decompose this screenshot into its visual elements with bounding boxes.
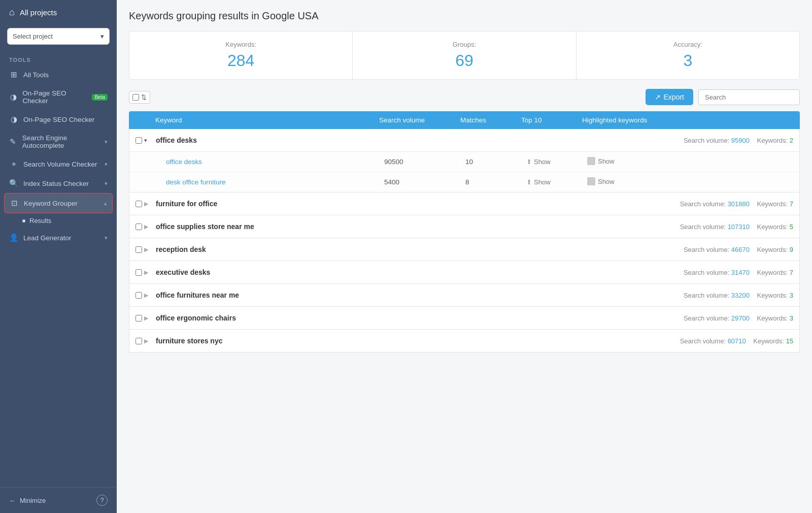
keywords-label: Keywords: [134, 41, 347, 48]
group-check-area: ▾ [136, 137, 156, 144]
sidebar-sub-item-results[interactable]: Results [0, 213, 117, 228]
sidebar-item-onpage-seo[interactable]: ◑ On-Page SEO Checker [0, 110, 117, 129]
results-label: Results [29, 217, 51, 225]
group-name: reception desk [156, 245, 684, 253]
group-stats: Search volume: 33200 Keywords: 3 [684, 292, 793, 299]
group-stats: Search volume: 107310 Keywords: 5 [680, 223, 793, 231]
chevron-down-icon: ▾ [100, 33, 104, 40]
keyword-link[interactable]: office desks [166, 158, 202, 166]
group-stats: Search volume: 301880 Keywords: 7 [680, 200, 793, 208]
top10-show-button2[interactable]: ⬆ Show [526, 178, 551, 186]
col-top10: Top 10 [515, 116, 576, 124]
grid-icon: ⊞ [9, 70, 18, 79]
stat-keywords: Keywords: 284 [129, 31, 353, 79]
expand-icon[interactable]: ▶ [144, 246, 148, 253]
beta-badge: Beta [92, 94, 108, 101]
expand-icon[interactable]: ▶ [144, 292, 148, 299]
group-check-area: ▶ [136, 223, 156, 230]
col-keyword: Keyword [149, 116, 373, 124]
arrow-left-icon: ← [9, 497, 16, 504]
group-check-area: ▶ [136, 338, 156, 344]
expand-icon[interactable]: ▶ [144, 223, 148, 230]
group-sv: 301880 [728, 200, 750, 208]
group-checkbox[interactable] [136, 292, 142, 299]
group-name: office desks [156, 136, 684, 144]
sub-col-top10: ⬆ Show [520, 158, 581, 166]
sort-icon: ⇅ [141, 93, 147, 101]
sub-col-top10-2: ⬆ Show [520, 178, 581, 186]
group-name: office supplies store near me [156, 222, 680, 231]
group-checkbox[interactable] [136, 246, 142, 253]
group-checkbox[interactable] [136, 201, 142, 207]
chevron-icon5: ▾ [105, 235, 108, 241]
sidebar-item-label: Search Engine Autocomplete [22, 134, 99, 149]
expand-icon[interactable]: ▶ [144, 338, 148, 344]
minimize-label: Minimize [20, 497, 46, 504]
group-stats: Search volume: 29700 Keywords: 3 [684, 314, 793, 322]
col-checkbox [129, 116, 149, 124]
group-keywords-count: 2 [790, 137, 793, 144]
group-kw-count: 7 [790, 269, 793, 276]
onpage-icon2: ◑ [9, 115, 18, 124]
group-kw-count: 15 [786, 337, 793, 345]
tools-section-label: TOOLS [0, 53, 117, 65]
search-input[interactable] [698, 89, 800, 105]
top10-show-button[interactable]: ⬆ Show [526, 158, 551, 166]
group-name: furniture for office [156, 200, 680, 208]
sidebar-item-search-volume[interactable]: ⌖ Search Volume Checker ▾ [0, 154, 117, 174]
sidebar-bottom: ← Minimize ? [0, 487, 117, 513]
col-highlighted: Highlighted keywords [576, 116, 800, 124]
sidebar-item-onpage-seo-beta[interactable]: ◑ On-Page SEO Checker Beta [0, 84, 117, 110]
group-checkbox[interactable] [136, 315, 142, 322]
sidebar-item-label: Index Status Checker [23, 180, 89, 187]
group-checkbox[interactable] [136, 269, 142, 276]
groups-label: Groups: [358, 41, 570, 48]
group-sv: 107310 [728, 223, 750, 231]
project-select[interactable]: Select project ▾ [7, 28, 110, 45]
expand-icon[interactable]: ▾ [144, 137, 147, 144]
checkbox-sorter[interactable]: ⇅ [129, 91, 150, 104]
keyword-link[interactable]: desk office furniture [166, 178, 226, 186]
group-check-area: ▶ [136, 201, 156, 207]
help-icon[interactable]: ? [96, 495, 108, 506]
home-icon: ⌂ [9, 7, 15, 18]
dot-icon [22, 219, 25, 222]
groups-value: 69 [358, 51, 570, 70]
expand-icon[interactable]: ▶ [144, 315, 148, 322]
all-projects-label: All projects [20, 8, 57, 17]
col-search-volume: Search volume [373, 116, 454, 124]
minimize-button[interactable]: ← Minimize [9, 497, 46, 504]
search-icon: 🔍 [9, 179, 18, 188]
main-content: Keywords grouping results in Google USA … [117, 0, 812, 513]
export-label: Export [664, 93, 684, 101]
highlighted-show-button[interactable]: Show [587, 157, 615, 165]
expand-icon[interactable]: ▶ [144, 201, 148, 207]
results-table: Keyword Search volume Matches Top 10 Hig… [129, 111, 800, 352]
sidebar-item-index-status[interactable]: 🔍 Index Status Checker ▾ [0, 174, 117, 193]
all-projects-link[interactable]: ⌂ All projects [0, 0, 117, 25]
group-office-desks: ▾ office desks Search volume: 95900 Keyw… [129, 129, 799, 193]
image-icon2 [587, 177, 595, 185]
group-executive-desks: ▶ executive desks Search volume: 31470 K… [129, 261, 799, 284]
group-checkbox[interactable] [136, 338, 142, 344]
select-all-checkbox[interactable] [132, 94, 139, 101]
grouper-icon: ⊡ [10, 199, 19, 208]
group-stats: Search volume: 95900 Keywords: 2 [684, 137, 793, 144]
export-button[interactable]: ↗ Export [646, 89, 693, 105]
sidebar-item-all-tools[interactable]: ⊞ All Tools [0, 65, 117, 84]
chevron-icon2: ▾ [105, 161, 108, 168]
sub-row: office desks 90500 10 ⬆ Show Show [129, 152, 799, 172]
sidebar-item-label: Keyword Grouper [24, 200, 78, 207]
stats-row: Keywords: 284 Groups: 69 Accuracy: 3 [129, 31, 800, 80]
sidebar-item-search-autocomplete[interactable]: ✎ Search Engine Autocomplete ▾ [0, 129, 117, 154]
group-stats: Search volume: 31470 Keywords: 7 [684, 269, 793, 276]
stat-groups: Groups: 69 [353, 31, 576, 79]
expand-icon[interactable]: ▶ [144, 269, 148, 276]
sidebar-item-lead-generator[interactable]: 👤 Lead Generator ▾ [0, 228, 117, 247]
highlighted-show-button2[interactable]: Show [587, 177, 615, 185]
sidebar-item-keyword-grouper[interactable]: ⊡ Keyword Grouper ▴ [4, 193, 113, 213]
group-checkbox[interactable] [136, 223, 142, 230]
group-furniture-stores-nyc: ▶ furniture stores nyc Search volume: 60… [129, 330, 799, 352]
group-checkbox[interactable] [136, 137, 142, 144]
sub-col-matches: 10 [459, 158, 520, 166]
